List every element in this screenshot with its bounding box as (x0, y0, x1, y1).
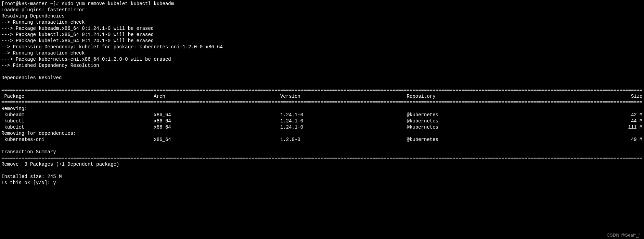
terminal-output[interactable]: [root@k8s-master ~]# sudo yum remove kub… (0, 0, 644, 187)
watermark-text: CSDN @Seal^_^ (607, 232, 641, 238)
